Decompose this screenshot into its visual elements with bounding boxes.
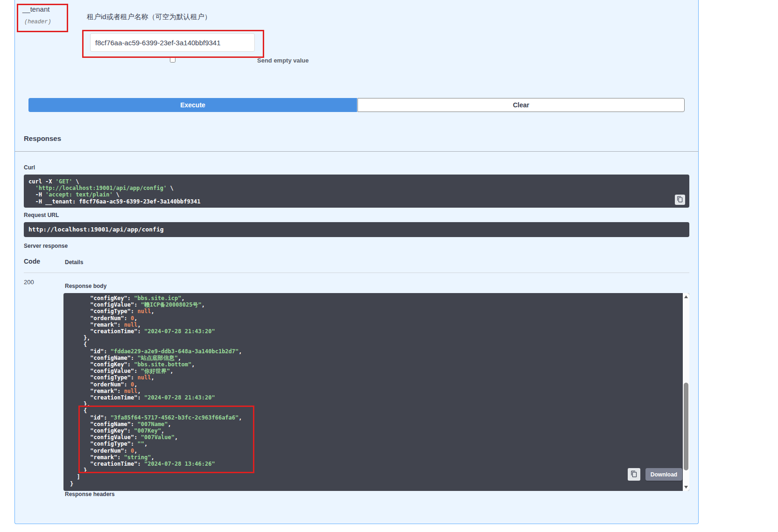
response-body-block: "configKey": "bbs.site.icp", "configValu…: [63, 293, 689, 491]
code-line: "remark": null,: [70, 322, 689, 328]
section-divider: [14, 151, 699, 152]
code-line: "configKey": "bbs.site.icp",: [70, 295, 689, 301]
code-line: ]: [70, 474, 689, 480]
clipboard-icon: [677, 196, 683, 204]
code-line: -H __tenant: f8cf76aa-ac59-6399-23ef-3a1…: [28, 198, 685, 205]
code-line: "configValue": "007Value",: [70, 434, 689, 441]
parameter-name: __tenant: [22, 5, 49, 13]
code-line: -H 'accept: text/plain' \: [28, 191, 685, 198]
execute-button[interactable]: Execute: [28, 98, 357, 112]
code-line: "creationTime": "2024-07-28 21:43:20": [70, 328, 689, 335]
code-line: curl -X 'GET' \: [28, 178, 685, 185]
table-header-divider: [24, 273, 689, 273]
response-copy-button[interactable]: [628, 468, 640, 481]
response-scrollbar[interactable]: [683, 293, 689, 491]
server-response-label: Server response: [24, 243, 68, 249]
response-headers-label: Response headers: [65, 491, 115, 497]
code-line: "remark": "string",: [70, 454, 689, 461]
curl-block: curl -X 'GET' \ 'http://localhost:19001/…: [24, 175, 689, 208]
parameter-description: 租户id或者租户名称（可空为默认租户）: [87, 13, 211, 21]
code-line: "configType": "",: [70, 441, 689, 447]
responses-heading: Responses: [24, 134, 61, 142]
details-column-header: Details: [65, 259, 83, 266]
code-line: "configName": "站点底部信息",: [70, 355, 689, 361]
code-line: "configKey": "bbs.site.bottom",: [70, 361, 689, 368]
request-url-code: http://localhost:19001/api/app/config: [24, 222, 689, 237]
code-line: "orderNum": 0,: [70, 315, 689, 322]
parameter-location: (header): [24, 19, 51, 25]
code-line: "remark": null,: [70, 388, 689, 394]
code-line: "creationTime": "2024-07-28 13:46:26": [70, 461, 689, 467]
swagger-operation-screen: __tenant (header) 租户id或者租户名称（可空为默认租户） Se…: [0, 0, 778, 532]
code-line: "configValue": "你好世界",: [70, 368, 689, 374]
code-line: "configType": null,: [70, 308, 689, 315]
code-line: {: [70, 407, 689, 414]
code-line: "id": "3fa85f64-5717-4562-b3fc-2c963f66a…: [70, 414, 689, 421]
status-code: 200: [24, 279, 34, 286]
code-line: "configKey": "007Key",: [70, 427, 689, 434]
code-line: "creationTime": "2024-07-28 21:43:20": [70, 394, 689, 401]
code-line: "orderNum": 0,: [70, 381, 689, 388]
scrollbar-thumb[interactable]: [684, 383, 688, 470]
code-line: "orderNum": 0,: [70, 448, 689, 454]
request-url-label: Request URL: [24, 212, 59, 218]
code-line: }: [70, 481, 689, 487]
curl-code: curl -X 'GET' \ 'http://localhost:19001/…: [28, 178, 685, 205]
code-line: },: [70, 335, 689, 341]
clipboard-icon: [631, 470, 638, 479]
scrollbar-down-arrow-icon[interactable]: [684, 486, 688, 489]
response-body-label: Response body: [65, 283, 106, 289]
code-column-header: Code: [24, 258, 40, 265]
clear-button[interactable]: Clear: [357, 98, 685, 112]
scrollbar-up-arrow-icon[interactable]: [684, 295, 688, 298]
download-button[interactable]: Download: [645, 468, 682, 481]
code-line: },: [70, 401, 689, 407]
curl-copy-button[interactable]: [675, 195, 685, 205]
code-line: {: [70, 341, 689, 348]
code-line: "configName": "007Name",: [70, 421, 689, 427]
tenant-input[interactable]: [90, 33, 255, 52]
send-empty-value-checkbox[interactable]: [170, 57, 175, 63]
code-line: 'http://localhost:19001/api/app/config' …: [28, 185, 685, 191]
code-line: "configType": null,: [70, 374, 689, 381]
response-body-code: "configKey": "bbs.site.icp", "configValu…: [70, 295, 689, 487]
curl-label: Curl: [24, 164, 35, 171]
code-line: "configValue": "赣ICP备20008025号",: [70, 301, 689, 308]
code-line: }: [70, 467, 689, 474]
send-empty-value-label: Send empty value: [257, 57, 309, 64]
code-line: "id": "fddae229-a2e9-ddb3-648a-3a140bc1b…: [70, 348, 689, 355]
